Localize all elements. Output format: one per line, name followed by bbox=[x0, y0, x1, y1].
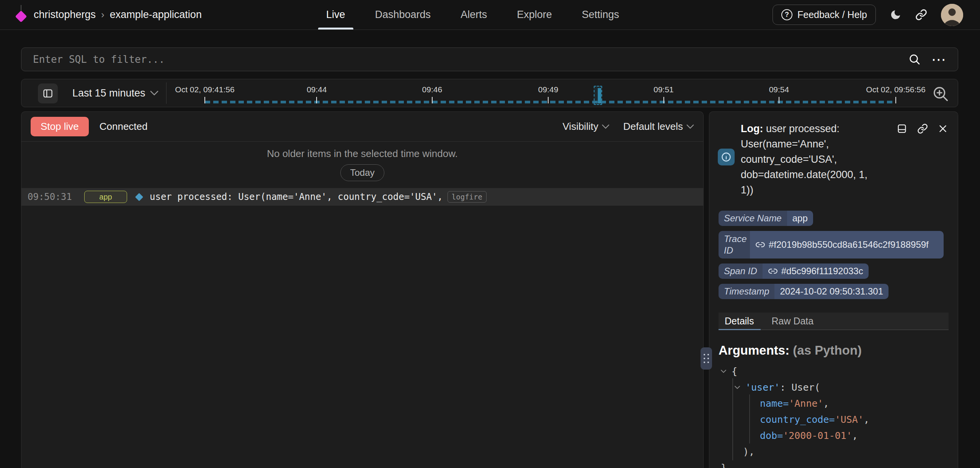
trace-id-text: #f2019b98b550cd8a61546c2f9188959f bbox=[769, 239, 929, 250]
chevron-down-icon[interactable] bbox=[735, 386, 745, 389]
indent-guide bbox=[749, 394, 750, 443]
time-range-select[interactable]: Last 15 minutes bbox=[72, 79, 158, 107]
connection-status: Connected bbox=[100, 121, 148, 133]
share-link-button[interactable] bbox=[915, 9, 927, 21]
logfire-app: christophergs › example-application Live… bbox=[0, 0, 980, 468]
arguments-code-block: { 'user': User( name='Anne', country_cod… bbox=[719, 363, 949, 468]
code-token: 'Anne' bbox=[789, 398, 823, 409]
grip-dots-icon bbox=[704, 354, 709, 363]
scope-badge: logfire bbox=[448, 191, 487, 203]
default-levels-dropdown[interactable]: Default levels bbox=[623, 121, 694, 133]
search-icon[interactable] bbox=[908, 53, 921, 65]
tab-raw-data[interactable]: Raw Data bbox=[768, 313, 817, 329]
trace-id-value[interactable]: #f2019b98b550cd8a61546c2f9188959f bbox=[750, 231, 944, 259]
timeline-tick-label: 09:46 bbox=[422, 85, 443, 94]
service-name-label: Service Name bbox=[719, 211, 787, 226]
magnifier-plus-icon bbox=[932, 85, 949, 103]
code-token: , bbox=[852, 430, 858, 441]
timestamp-label: Timestamp bbox=[719, 284, 774, 299]
default-levels-label: Default levels bbox=[623, 121, 683, 133]
breadcrumb-project[interactable]: example-application bbox=[110, 9, 202, 21]
span-id-value[interactable]: #d5c996f11192033c bbox=[763, 263, 869, 279]
tab-dashboards[interactable]: Dashboards bbox=[375, 0, 431, 29]
close-panel-button[interactable] bbox=[938, 123, 948, 134]
tab-details[interactable]: Details bbox=[721, 313, 758, 329]
sql-filter-input[interactable]: Enter SQL to filter... ⋯ bbox=[21, 47, 958, 71]
timestamp-chip: Timestamp 2024-10-02 09:50:31.301 bbox=[719, 284, 889, 299]
arguments-title: Arguments: bbox=[719, 343, 789, 357]
link-icon bbox=[917, 123, 928, 134]
today-button[interactable]: Today bbox=[340, 164, 384, 181]
timeline-tick-label: 09:54 bbox=[769, 85, 789, 94]
more-options-icon[interactable]: ⋯ bbox=[931, 56, 946, 63]
tab-explore[interactable]: Explore bbox=[517, 0, 552, 29]
top-nav: christophergs › example-application Live… bbox=[0, 0, 980, 30]
chevron-down-icon bbox=[686, 124, 694, 129]
timeline-end-tick bbox=[895, 97, 896, 103]
code-line: name='Anne', bbox=[719, 395, 949, 411]
timeline-tick bbox=[548, 97, 549, 103]
span-detail-panel: Log: user processed: User(name='Anne', c… bbox=[709, 111, 958, 468]
code-line: 'user': User( bbox=[719, 379, 949, 395]
log-row[interactable]: 09:50:31 app user processed: User(name='… bbox=[21, 188, 703, 206]
detail-header: Log: user processed: User(name='Anne', c… bbox=[719, 121, 949, 199]
split-view-button[interactable] bbox=[897, 123, 907, 134]
timeline-dashed-line bbox=[205, 101, 896, 103]
code-token: { bbox=[732, 366, 737, 377]
code-token: } bbox=[721, 462, 727, 468]
user-avatar[interactable] bbox=[941, 4, 963, 26]
visibility-dropdown[interactable]: Visibility bbox=[562, 121, 609, 133]
tab-alerts[interactable]: Alerts bbox=[461, 0, 487, 29]
feedback-help-button[interactable]: ? Feedback / Help bbox=[773, 5, 876, 25]
service-name-value: app bbox=[787, 211, 813, 226]
theme-toggle-button[interactable] bbox=[890, 9, 902, 21]
stop-live-button[interactable]: Stop live bbox=[31, 117, 89, 136]
nav-actions: ? Feedback / Help bbox=[773, 4, 963, 26]
code-line: } bbox=[719, 460, 949, 468]
code-line: country_code='USA', bbox=[719, 411, 949, 427]
breadcrumb-separator: › bbox=[101, 9, 105, 21]
timeline-divider bbox=[166, 82, 167, 104]
sidebar-columns-icon bbox=[42, 88, 53, 99]
code-line: ), bbox=[719, 443, 949, 460]
code-token: country_code= bbox=[760, 414, 835, 425]
detail-tabs: Details Raw Data bbox=[719, 313, 949, 330]
timeline-zoom-in-button[interactable] bbox=[931, 84, 950, 103]
arguments-subtitle: (as Python) bbox=[789, 343, 862, 357]
tab-live[interactable]: Live bbox=[326, 0, 345, 29]
timeline-start-tick bbox=[204, 97, 205, 103]
timeline-bar: Last 15 minutes Oct 02, 09:41:56 09:44 0… bbox=[21, 79, 958, 107]
timeline-tick-label: 09:51 bbox=[653, 85, 674, 94]
tab-settings[interactable]: Settings bbox=[582, 0, 619, 29]
code-token: , bbox=[864, 414, 869, 425]
code-line: dob='2000-01-01', bbox=[719, 427, 949, 443]
link-icon bbox=[755, 240, 765, 250]
live-log-panel: Stop live Connected Visibility Default l… bbox=[21, 111, 704, 468]
moon-icon bbox=[890, 9, 902, 21]
code-line: { bbox=[719, 363, 949, 379]
breadcrumb-org[interactable]: christophergs bbox=[34, 9, 96, 21]
code-token: '2000-01-01' bbox=[783, 430, 852, 441]
panel-resize-handle[interactable] bbox=[701, 347, 712, 370]
timeline-track[interactable]: Oct 02, 09:41:56 09:44 09:46 09:49 09:51… bbox=[205, 79, 896, 107]
search-actions: ⋯ bbox=[908, 53, 946, 65]
chevron-down-icon bbox=[602, 124, 609, 129]
logfire-logo[interactable] bbox=[15, 7, 27, 23]
chevron-down-icon[interactable] bbox=[721, 370, 732, 373]
content-area: Stop live Connected Visibility Default l… bbox=[21, 111, 958, 468]
timeline-tick bbox=[432, 97, 433, 103]
timeline-tick bbox=[779, 97, 779, 103]
log-level-diamond-icon bbox=[135, 193, 143, 201]
indent-guide bbox=[732, 378, 733, 460]
time-range-label: Last 15 minutes bbox=[72, 87, 145, 99]
detail-actions bbox=[897, 123, 948, 134]
timeline-tick-label: 09:44 bbox=[307, 85, 327, 94]
trace-id-chip: Trace ID #f2019b98b550cd8a61546c2f918895… bbox=[719, 231, 944, 259]
code-token: : User( bbox=[780, 382, 820, 393]
close-icon bbox=[938, 124, 948, 134]
sidebar-toggle-button[interactable] bbox=[38, 83, 58, 103]
timeline-end-label: Oct 02, 09:56:56 bbox=[866, 85, 925, 94]
attribute-chips: Service Name app Trace ID #f2019b98b550c… bbox=[719, 211, 949, 299]
permalink-button[interactable] bbox=[917, 123, 928, 134]
live-header: Stop live Connected Visibility Default l… bbox=[21, 112, 703, 142]
